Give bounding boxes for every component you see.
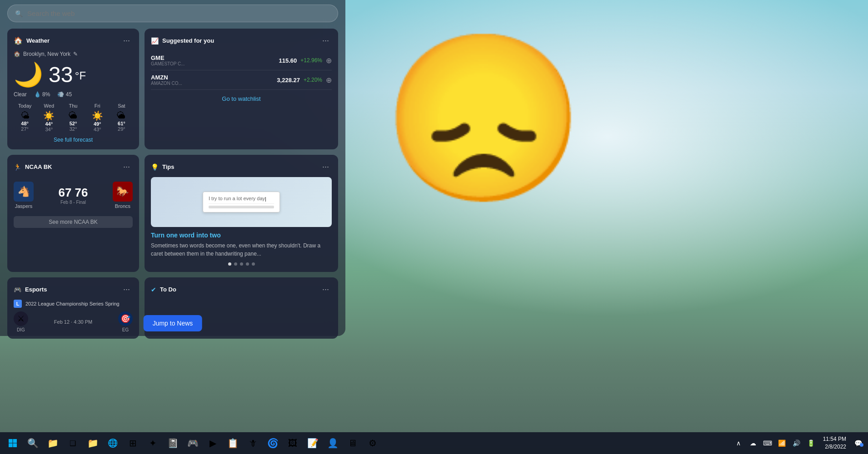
tips-title: Tips <box>162 163 316 170</box>
weather-header: 🏠 Weather ··· <box>14 35 133 46</box>
todo-more-button[interactable]: ··· <box>319 284 332 295</box>
cloud-icon[interactable]: ☁ <box>747 437 759 449</box>
media-button[interactable]: ▶ <box>204 434 222 452</box>
onenote-button[interactable]: 📝 <box>304 434 322 452</box>
weather-description-row: Clear 💧 8% 💨 45 <box>14 91 133 98</box>
weather-condition: Clear <box>14 91 27 98</box>
broncs-logo: 🐎 <box>113 182 133 202</box>
jaspers-name: Jaspers <box>15 203 33 209</box>
sticky-notes-button[interactable]: 📋 <box>224 434 242 452</box>
ncaa-title: NCAA BK <box>25 163 117 170</box>
broncs-name: Broncs <box>115 203 130 209</box>
team-dig: ⚔ DIG <box>14 311 28 332</box>
show-hidden-icons-button[interactable]: ∧ <box>732 437 745 449</box>
game-icon-button[interactable]: 🗡 <box>244 434 262 452</box>
gme-change: +12.96% <box>300 57 322 64</box>
weather-condition-icon: 🌙 <box>14 61 43 89</box>
weather-rain: 💧 8% <box>34 91 50 98</box>
notion-button[interactable]: 📓 <box>164 434 182 452</box>
dot-1[interactable] <box>228 262 231 266</box>
eg-name: EG <box>122 327 129 332</box>
stock-row-amzn: AMZN AMAZON CO... 3,228.27 +2.20% ⊕ <box>151 70 332 90</box>
stocks-widget: 📈 Suggested for you ··· GME GAMESTOP C..… <box>145 29 338 149</box>
windows-logo-icon <box>8 439 17 448</box>
forecast-today: Today 🌤 48° 27° <box>14 103 36 132</box>
tips-header: 💡 Tips ··· <box>151 161 332 173</box>
xbox-button[interactable]: 🎮 <box>184 434 202 452</box>
tips-more-button[interactable]: ··· <box>319 161 332 173</box>
jump-to-news-button[interactable]: Jump to News <box>144 315 202 331</box>
svg-rect-0 <box>9 439 13 443</box>
keyboard-icon[interactable]: ⌨ <box>761 437 774 449</box>
battery-icon[interactable]: 🔋 <box>805 437 818 449</box>
amzn-price: 3,228.27 <box>277 77 300 84</box>
esports-header: 🎮 Esports ··· <box>14 284 133 295</box>
people-button[interactable]: 👤 <box>324 434 342 452</box>
forecast-sat: Sat 🌥 61° 29° <box>110 103 133 132</box>
jaspers-logo: 🐴 <box>14 182 34 202</box>
microsoft-store-button[interactable]: ⊞ <box>124 434 142 452</box>
see-full-forecast-link[interactable]: See full forecast <box>14 137 133 143</box>
tips-pagination-dots <box>151 262 332 266</box>
taskbar-right: ∧ ☁ ⌨ 📶 🔊 🔋 11:54 PM 2/8/2022 💬 <box>732 435 864 451</box>
weather-title: Weather <box>26 37 117 44</box>
amzn-add-button[interactable]: ⊕ <box>326 76 332 84</box>
score-display: 67 76 <box>58 186 88 200</box>
weather-more-button[interactable]: ··· <box>120 35 133 46</box>
todo-icon: ✔ <box>151 286 156 293</box>
system-clock[interactable]: 11:54 PM 2/8/2022 <box>818 435 851 451</box>
edit-location-icon[interactable]: ✎ <box>73 51 78 57</box>
start-button[interactable] <box>4 434 22 452</box>
tips-image: I try to run a lot every day <box>151 177 332 227</box>
volume-icon[interactable]: 🔊 <box>790 437 803 449</box>
esports-event-row: L 2022 League Championship Series Spring <box>14 300 133 308</box>
taskbar: 🔍 📁 ❑ 📁 🌐 ⊞ ✦ 📓 🎮 ▶ 📋 🗡 🌀 🖼 📝 👤 🖥 ⚙ ∧ ☁ … <box>0 432 868 454</box>
weather-forecast: Today 🌤 48° 27° Wed ☀️ 44° 34° Thu 🌥 52°… <box>14 103 133 132</box>
widgets-button[interactable]: ❑ <box>64 434 82 452</box>
taskbar-left: 🔍 📁 ❑ 📁 🌐 ⊞ ✦ 📓 🎮 ▶ 📋 🗡 🌀 🖼 📝 👤 🖥 ⚙ <box>4 434 382 452</box>
tips-icon: 💡 <box>151 163 159 171</box>
amzn-change: +2.20% <box>304 77 322 83</box>
weather-location: 🏠 Brooklyn, New York ✎ <box>14 51 133 57</box>
photoshop-button[interactable]: 🖥 <box>344 434 362 452</box>
photos-button[interactable]: 🖼 <box>284 434 302 452</box>
dot-5[interactable] <box>252 262 255 266</box>
dig-name: DIG <box>17 327 25 332</box>
eg-logo: 🎯 <box>118 311 133 326</box>
dot-4[interactable] <box>246 262 249 266</box>
search-input[interactable] <box>27 10 330 17</box>
notification-center-button[interactable]: 💬 <box>852 437 864 449</box>
stocks-icon: 📈 <box>151 37 159 44</box>
dot-2[interactable] <box>234 262 237 266</box>
widgets-grid: 🏠 Weather ··· 🏠 Brooklyn, New York ✎ 🌙 3… <box>7 29 338 339</box>
taskview-button[interactable]: 📁 <box>84 434 102 452</box>
stocks-more-button[interactable]: ··· <box>319 35 332 46</box>
dot-3[interactable] <box>240 262 243 266</box>
app1-button[interactable]: 🌀 <box>264 434 282 452</box>
wifi-icon[interactable]: 📶 <box>776 437 788 449</box>
gme-add-button[interactable]: ⊕ <box>326 56 332 65</box>
slack-button[interactable]: ✦ <box>144 434 162 452</box>
edge-button[interactable]: 🌐 <box>104 434 122 452</box>
team-jaspers: 🐴 Jaspers <box>14 182 34 209</box>
notification-badge <box>860 443 863 447</box>
gme-name: GAMESTOP C... <box>151 61 279 66</box>
search-taskbar-button[interactable]: 🔍 <box>24 434 42 452</box>
file-explorer-button[interactable]: 📁 <box>44 434 62 452</box>
see-more-ncaa-link[interactable]: See more NCAA BK <box>14 216 133 228</box>
match-time: Feb 12 · 4:30 PM <box>54 319 92 325</box>
ncaa-icon: 🏃 <box>14 163 21 171</box>
ncaa-more-button[interactable]: ··· <box>120 161 133 173</box>
search-bar[interactable]: 🔍 <box>7 5 338 22</box>
svg-rect-3 <box>13 444 17 448</box>
weather-icon: 🏠 <box>14 36 23 45</box>
settings-button[interactable]: ⚙ <box>364 434 382 452</box>
go-to-watchlist-link[interactable]: Go to watchlist <box>151 95 332 102</box>
amzn-name: AMAZON CO... <box>151 81 277 86</box>
search-icon: 🔍 <box>15 10 23 17</box>
match-row: ⚔ DIG Feb 12 · 4:30 PM 🎯 EG <box>14 311 133 332</box>
ncaa-header: 🏃 NCAA BK ··· <box>14 161 133 173</box>
esports-more-button[interactable]: ··· <box>120 284 133 295</box>
weather-widget: 🏠 Weather ··· 🏠 Brooklyn, New York ✎ 🌙 3… <box>7 29 139 149</box>
stocks-header: 📈 Suggested for you ··· <box>151 35 332 46</box>
